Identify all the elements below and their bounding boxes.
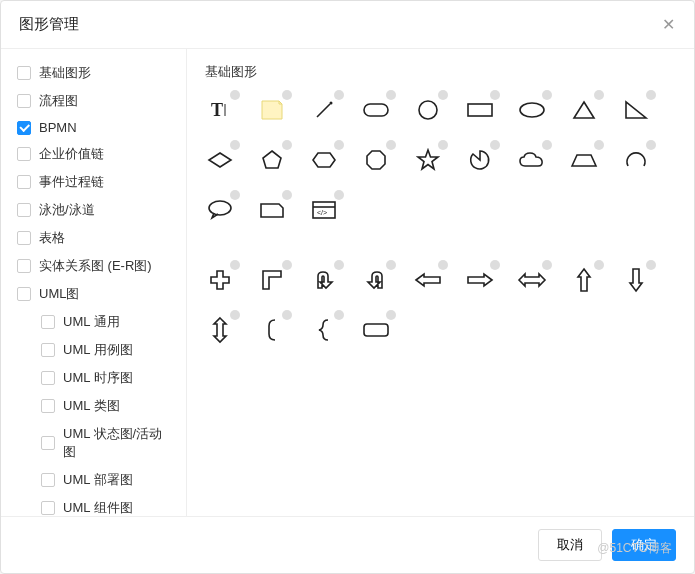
category-label: 基础图形 bbox=[39, 64, 91, 82]
checkbox[interactable] bbox=[41, 473, 55, 487]
category-item[interactable]: 基础图形 bbox=[1, 59, 186, 87]
checkbox[interactable] bbox=[41, 315, 55, 329]
uturn-right-icon[interactable] bbox=[309, 265, 339, 295]
dialog-body: 基础图形流程图BPMN企业价值链事件过程链泳池/泳道表格实体关系图 (E-R图)… bbox=[1, 49, 694, 516]
checkbox[interactable] bbox=[41, 501, 55, 515]
badge-icon bbox=[282, 140, 292, 150]
corner-icon[interactable] bbox=[257, 265, 287, 295]
arrow-left-icon[interactable] bbox=[413, 265, 443, 295]
category-item[interactable]: UML图 bbox=[1, 280, 186, 308]
uturn-left-icon[interactable] bbox=[361, 265, 391, 295]
shape-grid-arrows bbox=[205, 265, 676, 345]
speech-bubble-icon[interactable] bbox=[205, 195, 235, 225]
category-item[interactable]: 实体关系图 (E-R图) bbox=[1, 252, 186, 280]
checkbox[interactable] bbox=[17, 259, 31, 273]
badge-icon bbox=[594, 260, 604, 270]
checkbox[interactable] bbox=[17, 287, 31, 301]
badge-icon bbox=[282, 310, 292, 320]
arrow-right-icon[interactable] bbox=[465, 265, 495, 295]
badge-icon bbox=[490, 90, 500, 100]
badge-icon bbox=[334, 90, 344, 100]
checkbox[interactable] bbox=[41, 436, 55, 450]
category-label: UML 通用 bbox=[63, 313, 120, 331]
category-item[interactable]: UML 用例图 bbox=[1, 336, 186, 364]
checkbox[interactable] bbox=[17, 175, 31, 189]
category-item[interactable]: 表格 bbox=[1, 224, 186, 252]
right-triangle-icon[interactable] bbox=[621, 95, 651, 125]
text-icon[interactable]: T bbox=[205, 95, 235, 125]
close-icon[interactable]: ✕ bbox=[660, 17, 676, 33]
checkbox[interactable] bbox=[17, 231, 31, 245]
category-item[interactable]: 事件过程链 bbox=[1, 168, 186, 196]
pie-icon[interactable] bbox=[465, 145, 495, 175]
arrow-vertical-icon[interactable] bbox=[205, 315, 235, 345]
category-label: UML 状态图/活动图 bbox=[63, 425, 170, 461]
checkbox[interactable] bbox=[17, 94, 31, 108]
star-icon[interactable] bbox=[413, 145, 443, 175]
card-icon[interactable] bbox=[257, 195, 287, 225]
cloud-icon[interactable] bbox=[517, 145, 547, 175]
checkbox[interactable] bbox=[41, 399, 55, 413]
rounded-rect2-icon[interactable] bbox=[361, 315, 391, 345]
category-label: UML 组件图 bbox=[63, 499, 133, 516]
arrow-up-icon[interactable] bbox=[569, 265, 599, 295]
badge-icon bbox=[386, 310, 396, 320]
category-item[interactable]: UML 组件图 bbox=[1, 494, 186, 516]
cancel-button[interactable]: 取消 bbox=[538, 529, 602, 561]
svg-rect-4 bbox=[364, 104, 388, 116]
html-frame-icon[interactable]: </> bbox=[309, 195, 339, 225]
checkbox[interactable] bbox=[17, 66, 31, 80]
badge-icon bbox=[334, 140, 344, 150]
checkbox[interactable] bbox=[17, 147, 31, 161]
category-label: UML 时序图 bbox=[63, 369, 133, 387]
badge-icon bbox=[490, 140, 500, 150]
cross-icon[interactable] bbox=[205, 265, 235, 295]
category-label: 表格 bbox=[39, 229, 65, 247]
category-label: 事件过程链 bbox=[39, 173, 104, 191]
category-label: BPMN bbox=[39, 120, 77, 135]
category-item[interactable]: UML 部署图 bbox=[1, 466, 186, 494]
arrow-both-icon[interactable] bbox=[517, 265, 547, 295]
category-label: UML 部署图 bbox=[63, 471, 133, 489]
circle-icon[interactable] bbox=[413, 95, 443, 125]
svg-point-3 bbox=[330, 102, 333, 105]
note-icon[interactable] bbox=[257, 95, 287, 125]
svg-point-8 bbox=[209, 201, 231, 215]
rounded-rect-icon[interactable] bbox=[361, 95, 391, 125]
checkbox[interactable] bbox=[17, 203, 31, 217]
badge-icon bbox=[438, 90, 448, 100]
arc-icon[interactable] bbox=[621, 145, 651, 175]
category-item[interactable]: BPMN bbox=[1, 115, 186, 140]
diamond-icon[interactable] bbox=[205, 145, 235, 175]
hexagon-icon[interactable] bbox=[309, 145, 339, 175]
badge-icon bbox=[386, 140, 396, 150]
confirm-button[interactable]: 确定 bbox=[612, 529, 676, 561]
category-item[interactable]: UML 类图 bbox=[1, 392, 186, 420]
arrow-down-icon[interactable] bbox=[621, 265, 651, 295]
trapezoid-icon[interactable] bbox=[569, 145, 599, 175]
badge-icon bbox=[594, 90, 604, 100]
category-item[interactable]: 流程图 bbox=[1, 87, 186, 115]
checkbox[interactable] bbox=[41, 371, 55, 385]
svg-line-2 bbox=[317, 104, 330, 117]
category-item[interactable]: 企业价值链 bbox=[1, 140, 186, 168]
octagon-icon[interactable] bbox=[361, 145, 391, 175]
badge-icon bbox=[282, 190, 292, 200]
brace-icon[interactable] bbox=[309, 315, 339, 345]
bracket-left-icon[interactable] bbox=[257, 315, 287, 345]
checkbox[interactable] bbox=[17, 121, 31, 135]
checkbox[interactable] bbox=[41, 343, 55, 357]
category-item[interactable]: UML 通用 bbox=[1, 308, 186, 336]
category-label: 流程图 bbox=[39, 92, 78, 110]
badge-icon bbox=[490, 260, 500, 270]
badge-icon bbox=[542, 260, 552, 270]
category-item[interactable]: UML 时序图 bbox=[1, 364, 186, 392]
pentagon-icon[interactable] bbox=[257, 145, 287, 175]
wand-icon[interactable] bbox=[309, 95, 339, 125]
svg-point-5 bbox=[419, 101, 437, 119]
category-item[interactable]: UML 状态图/活动图 bbox=[1, 420, 186, 466]
category-item[interactable]: 泳池/泳道 bbox=[1, 196, 186, 224]
ellipse-icon[interactable] bbox=[517, 95, 547, 125]
triangle-icon[interactable] bbox=[569, 95, 599, 125]
rect-icon[interactable] bbox=[465, 95, 495, 125]
